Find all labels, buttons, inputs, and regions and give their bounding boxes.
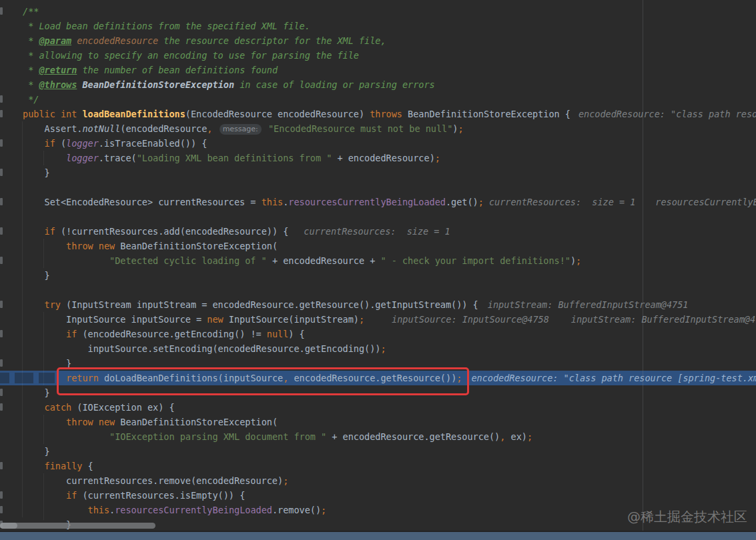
line-number-fragment (0, 257, 3, 264)
code-token: throw (66, 417, 93, 427)
code-token: InputSource(inputStream) (224, 314, 359, 325)
code-line-23: if (encodedResource.getEncoding() != nul… (23, 327, 305, 341)
right-margin-guide (643, 0, 643, 531)
code-line-7: */ (23, 92, 39, 107)
debug-inline-value: inputSource: InputSource@4758 (392, 314, 549, 325)
code-token: resourcesCurrentlyBeingLoaded (288, 197, 446, 207)
code-token: if (45, 138, 55, 149)
code-token (23, 490, 66, 501)
code-token: BeanDefinitionStoreException { (402, 109, 571, 119)
code-token: .get() (446, 197, 478, 207)
code-token: resourcesCurrentlyBeingLoaded (115, 505, 272, 515)
code-token: (currentResources.isEmpty()) { (77, 490, 245, 501)
debug-inline-value: currentResources: size = 1 (489, 197, 635, 207)
line-number-fragment (0, 169, 3, 176)
code-token: the number of bean definitions found (77, 65, 278, 75)
code-token: InputSource inputSource = (23, 314, 207, 325)
code-line-28: catch (IOException ex) { (23, 400, 175, 415)
code-token: * allowing to specify an encoding to use… (23, 50, 359, 61)
code-token (23, 153, 66, 163)
line-number-fragment (0, 95, 3, 103)
code-token: BeanDefinitionStoreException( (115, 417, 278, 427)
debug-inline-value: currentResources: size = 1 (304, 226, 450, 237)
parameter-name-hint: message: (220, 124, 262, 135)
code-token: new (99, 417, 115, 427)
code-token: if (66, 329, 77, 339)
code-line-33: currentResources.remove(encodedResource)… (23, 473, 288, 488)
code-token (23, 431, 109, 442)
code-token: } (23, 358, 71, 369)
code-token (23, 417, 66, 427)
code-token: doLoadBeanDefinitions(inputSource (99, 373, 283, 383)
code-line-30: "IOException parsing XML document from "… (23, 429, 532, 444)
code-token: ; (435, 153, 440, 163)
code-token (23, 255, 109, 266)
code-token: (encodedResource (120, 123, 207, 134)
code-token: currentResources.remove(encodedResource) (23, 475, 283, 486)
debug-inline-value: encodedResource: "class path resou (579, 109, 756, 119)
code-token (23, 226, 45, 237)
code-token: ; (456, 373, 462, 383)
debug-inline-value: inputStream: BufferedInputStream@4751 (488, 299, 689, 310)
line-number-fragment (0, 227, 3, 235)
code-token: ; (527, 431, 532, 442)
code-line-3: * @param encodedResource the resource de… (23, 33, 386, 48)
code-token (93, 417, 99, 427)
code-token: "Loading XML bean definitions from " (137, 153, 332, 163)
code-token: throws (370, 109, 402, 119)
code-line-31: } (23, 444, 50, 459)
watermark: @稀土掘金技术社区 (627, 508, 747, 526)
line-number-fragment (0, 462, 3, 469)
code-line-5: * @return the number of bean definitions… (23, 63, 278, 77)
code-token: "Detected cyclic loading of " (109, 255, 267, 266)
debug-inline-value: resourcesCurrentlyB (655, 197, 756, 207)
code-line-8: public int loadBeanDefinitions(EncodedRe… (23, 107, 756, 121)
code-token: logger (66, 138, 99, 149)
code-token: encodedResource (77, 35, 158, 46)
code-token: this (262, 197, 284, 207)
code-line-1: /** (23, 4, 39, 19)
code-line-6: * @throws BeanDefinitionStoreException i… (23, 77, 435, 92)
code-token: ; (321, 505, 326, 515)
code-token: BeanDefinitionStoreException (82, 79, 234, 90)
line-number-fragment (0, 110, 3, 117)
line-number-fragment (0, 491, 3, 499)
code-token (263, 123, 268, 134)
code-token: + encodedResource + (267, 255, 381, 266)
code-line-14: Set<EncodedResource> currentResources = … (23, 195, 756, 209)
debug-inline-value: inputStream: BufferedInputStream@4751 (571, 314, 756, 325)
code-token: } (23, 167, 50, 178)
code-token: this (88, 505, 110, 515)
debug-inline-value: encodedResource: "class path resource [s… (471, 373, 756, 383)
horizontal-scrollbar-thumb[interactable] (0, 523, 155, 529)
code-token: ( (55, 138, 66, 149)
line-number-fragment (0, 198, 3, 205)
code-line-29: throw new BeanDefinitionStoreException( (23, 415, 278, 429)
code-line-24: inputSource.setEncoding(encodedResource.… (23, 341, 386, 356)
code-token: try (45, 299, 61, 310)
code-token: * (23, 65, 39, 75)
line-number-fragment (0, 359, 3, 367)
code-token: the resource descriptor for the XML file… (158, 35, 386, 46)
code-token: @return (39, 65, 77, 75)
code-token: catch (45, 402, 72, 413)
code-token: Assert. (23, 123, 82, 134)
code-token (23, 402, 45, 413)
code-line-25: } (23, 356, 71, 371)
code-line-19: } (23, 268, 50, 283)
code-line-12: } (23, 165, 50, 180)
code-token (23, 241, 66, 251)
line-number-fragment (0, 389, 3, 396)
code-token (93, 241, 99, 251)
code-line-11: logger.trace("Loading XML bean definitio… (23, 151, 440, 165)
code-token: @param (39, 35, 71, 46)
code-line-4: * allowing to specify an encoding to use… (23, 48, 359, 63)
line-number-fragment (0, 330, 3, 337)
code-token: return (66, 373, 99, 383)
code-token: (EncodedResource encodedResource) (185, 109, 370, 119)
code-line-18: "Detected cyclic loading of " + encodedR… (23, 253, 581, 268)
line-number-fragment (0, 506, 3, 513)
code-token: } (23, 446, 50, 457)
code-token: ; (478, 197, 484, 207)
code-token: ; (458, 123, 463, 134)
